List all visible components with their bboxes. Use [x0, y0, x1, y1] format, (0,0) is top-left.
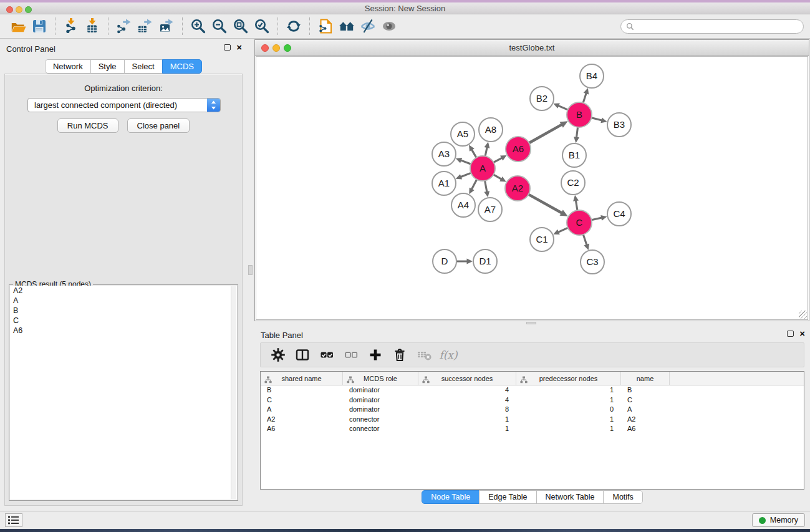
task-history-button[interactable] [5, 513, 22, 527]
network-canvas[interactable]: AA1A2A3A4A5A6A7A8BB1B2B3B4CC1C2C3C4DD1 [256, 56, 808, 320]
graph-node-B1[interactable]: B1 [562, 143, 586, 167]
table-cell[interactable]: B [261, 385, 343, 395]
memory-button[interactable]: Memory [752, 513, 805, 527]
network-file-icon[interactable] [315, 16, 336, 36]
export-network-icon[interactable] [113, 16, 135, 36]
tab-select[interactable]: Select [124, 59, 163, 74]
graph-node-A3[interactable]: A3 [432, 142, 456, 166]
home-icon[interactable] [336, 16, 357, 36]
close-panel-button[interactable]: Close panel [127, 118, 190, 133]
graph-node-B2[interactable]: B2 [530, 87, 554, 110]
zoom-selected-icon[interactable] [251, 16, 272, 36]
graph-node-A7[interactable]: A7 [478, 198, 502, 221]
vertical-splitter[interactable] [247, 39, 254, 511]
zoom-fit-icon[interactable] [230, 16, 251, 36]
graph-node-A5[interactable]: A5 [451, 122, 475, 146]
table-cell[interactable]: 4 [418, 395, 516, 405]
import-table-icon[interactable] [82, 16, 103, 36]
table-cell[interactable]: connector [343, 424, 418, 434]
refresh-icon[interactable] [283, 16, 304, 36]
import-network-icon[interactable] [60, 16, 82, 36]
table-cell[interactable]: A2 [621, 415, 670, 425]
table-cell[interactable]: 0 [516, 405, 621, 415]
table-row[interactable]: Bdominator41B [261, 385, 804, 395]
table-cell[interactable]: 1 [418, 424, 516, 434]
graph-node-C2[interactable]: C2 [561, 171, 585, 195]
graph-node-A1[interactable]: A1 [432, 172, 456, 195]
add-icon[interactable] [367, 346, 384, 364]
table-row[interactable]: A2connector11A2 [261, 415, 804, 425]
network-window-titlebar[interactable]: testGlobe.txt [255, 40, 809, 56]
zoom-out-icon[interactable] [209, 16, 230, 36]
split-columns-icon[interactable] [294, 346, 311, 364]
table-row[interactable]: Adominator80A [261, 405, 804, 415]
column-header-successor-nodes[interactable]: successor nodes [418, 372, 516, 385]
graph-node-A6[interactable]: A6 [506, 137, 531, 162]
graph-node-B[interactable]: B [567, 102, 592, 127]
table-cell[interactable]: dominator [343, 405, 418, 415]
table-cell[interactable]: 1 [516, 385, 621, 395]
table-row[interactable]: Cdominator41C [261, 395, 804, 405]
show-details-icon[interactable] [378, 16, 400, 36]
table-cell[interactable]: C [261, 395, 343, 405]
graph-node-C[interactable]: C [567, 210, 592, 235]
criterion-dropdown[interactable]: largest connected component (directed) [27, 98, 221, 112]
export-table-icon[interactable] [135, 16, 156, 36]
table-cell[interactable]: 4 [418, 385, 516, 395]
search-box[interactable] [620, 19, 804, 34]
graph-node-B3[interactable]: B3 [607, 113, 631, 137]
tab-motifs[interactable]: Motifs [603, 490, 642, 504]
result-item[interactable]: A2 [10, 286, 237, 296]
column-header-name[interactable]: name [621, 372, 670, 385]
table-cell[interactable]: A2 [261, 415, 343, 425]
graph-node-A4[interactable]: A4 [451, 193, 475, 217]
float-panel-icon[interactable] [224, 44, 231, 51]
resize-grip-icon[interactable] [799, 311, 807, 319]
table-cell[interactable]: dominator [343, 385, 418, 395]
table-cell[interactable]: 8 [418, 405, 516, 415]
graph-node-A8[interactable]: A8 [479, 118, 503, 142]
table-close-panel-icon[interactable]: × [799, 330, 805, 337]
export-image-icon[interactable] [156, 16, 177, 36]
table-cell[interactable]: B [621, 385, 670, 395]
result-item[interactable]: A [10, 296, 237, 306]
graph-node-A[interactable]: A [470, 156, 495, 181]
vertical-splitter-handle[interactable] [248, 265, 253, 275]
table-cell[interactable]: connector [343, 415, 418, 425]
table-cell[interactable]: 1 [418, 415, 516, 425]
column-header-predecessor-nodes[interactable]: predecessor nodes [516, 372, 621, 385]
column-header-mcds-role[interactable]: MCDS role [343, 372, 418, 385]
horizontal-splitter-handle[interactable] [526, 322, 536, 324]
table-cell[interactable]: 1 [516, 415, 621, 425]
table-cell[interactable]: 1 [516, 424, 621, 434]
zoom-in-icon[interactable] [188, 16, 209, 36]
graph-node-C3[interactable]: C3 [581, 250, 604, 274]
table-row[interactable]: A6connector11A6 [261, 424, 804, 434]
table-cell[interactable]: dominator [343, 395, 418, 405]
tab-network[interactable]: Network [45, 59, 91, 74]
result-scrollbar[interactable] [231, 286, 236, 499]
table-cell[interactable]: C [621, 395, 670, 405]
table-cell[interactable]: A6 [621, 424, 670, 434]
tab-mcds[interactable]: MCDS [162, 59, 202, 74]
gear-icon[interactable] [269, 346, 287, 364]
tab-node-table[interactable]: Node Table [422, 490, 480, 504]
search-input[interactable] [637, 22, 798, 32]
run-mcds-button[interactable]: Run MCDS [57, 118, 118, 133]
graph-node-A2[interactable]: A2 [505, 176, 530, 201]
select-all-icon[interactable] [318, 346, 335, 364]
mcds-result-list[interactable]: A2ABCA6 [10, 286, 237, 500]
graph-node-D[interactable]: D [433, 249, 456, 273]
hide-details-icon[interactable] [357, 16, 378, 36]
tab-network-table[interactable]: Network Table [536, 490, 604, 504]
table-cell[interactable]: A [621, 405, 670, 415]
graph-node-C4[interactable]: C4 [607, 202, 631, 226]
table-float-panel-icon[interactable] [787, 331, 794, 337]
tab-style[interactable]: Style [90, 59, 125, 74]
graph-node-D1[interactable]: D1 [473, 249, 497, 273]
graph-node-C1[interactable]: C1 [530, 228, 554, 251]
delete-icon[interactable] [391, 346, 408, 364]
result-item[interactable]: A6 [10, 326, 237, 336]
result-item[interactable]: C [10, 316, 237, 326]
open-file-icon[interactable] [7, 16, 29, 36]
